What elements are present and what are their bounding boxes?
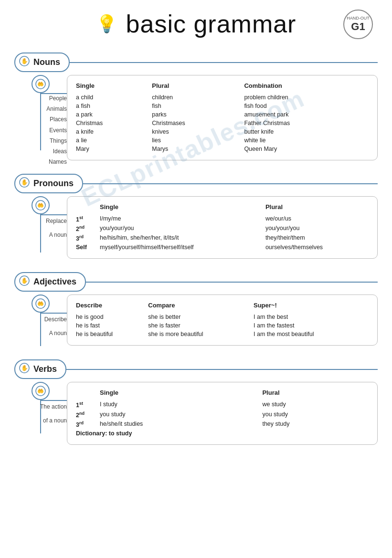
adjectives-header: ✋ Adjectives [14, 272, 378, 292]
table-row: a lielieswhite lie [76, 136, 369, 145]
adjectives-side-panel: 🤲 Describe A noun [14, 295, 67, 346]
svg-text:✋: ✋ [21, 277, 28, 284]
table-row: a knifeknivesbutter knife [76, 127, 369, 136]
verbs-side-icon: 🤲 [32, 382, 50, 400]
table-row: he is good she is better I am the best [76, 312, 369, 321]
table-row: 1st I/my/me we/our/us [76, 213, 369, 224]
pronouns-tag-icon: ✋ [19, 177, 30, 190]
table-row: he is fast she is faster I am the fastes… [76, 321, 369, 330]
table-row: 3rd he/she/it studies they study [76, 420, 369, 429]
verbs-line [65, 369, 378, 370]
verbs-dictionary: Dictionary: to study [76, 430, 132, 437]
adj-col-super: Super~! [254, 302, 369, 312]
nouns-header: ✋ Nouns [14, 53, 378, 72]
svg-text:✋: ✋ [21, 364, 28, 371]
page-header: 💡 basic grammar HAND-OUT G1 [14, 10, 378, 38]
verbs-col-plural: Plural [262, 389, 369, 399]
header-icon: 💡 [96, 14, 117, 34]
nouns-col-plural: Plural [152, 82, 244, 92]
svg-text:🤲: 🤲 [37, 300, 44, 307]
handout-code: G1 [351, 21, 365, 32]
verbs-body: 🤲 The action of a noun Single Plural [14, 382, 378, 444]
table-row: a childchildrenproblem children [76, 92, 369, 102]
pronouns-body: 🤲 Replace A noun Single Plural [14, 196, 378, 259]
verbs-content-box: Single Plural 1st I study we study 2nd y… [67, 382, 378, 444]
adjectives-tag: ✋ Adjectives [14, 272, 86, 292]
nouns-section: ✋ Nouns 🤲 People Animals Places Events T… [14, 53, 378, 160]
svg-text:🤲: 🤲 [37, 202, 44, 209]
table-row: MaryMarysQueen Mary [76, 145, 369, 153]
adjectives-table: Describe Compare Super~! he is good she … [76, 302, 369, 338]
table-row: 2nd you study you study [76, 410, 369, 420]
pronouns-side-icon: 🤲 [32, 196, 50, 214]
verbs-tag-icon: ✋ [19, 363, 30, 376]
pronouns-table: Single Plural 1st I/my/me we/our/us 2nd … [76, 203, 369, 252]
pronouns-line [82, 183, 378, 184]
table-row: a fishfishfish food [76, 102, 369, 110]
table-row: a parkparksamusement park [76, 110, 369, 119]
nouns-tag: ✋ Nouns [14, 53, 70, 72]
nouns-side-panel: 🤲 People Animals Places Events Things Id… [14, 75, 67, 150]
noun-label-events: Events [49, 125, 67, 136]
nouns-body: 🤲 People Animals Places Events Things Id… [14, 75, 378, 160]
table-row: 3rd he/his/him, she/her/her, it/its/it t… [76, 233, 369, 243]
nouns-side-icon: 🤲 [32, 75, 50, 93]
svg-text:✋: ✋ [21, 57, 28, 64]
nouns-col-combo: Combination [244, 82, 369, 92]
pronoun-label-replace: Replace [46, 214, 67, 228]
table-row: Self myself/yourself/himself/herself/its… [76, 243, 369, 252]
noun-label-people: People [49, 93, 67, 104]
verb-label-action: The action [40, 400, 67, 414]
adjectives-content-box: Describe Compare Super~! he is good she … [67, 295, 378, 346]
svg-text:🤲: 🤲 [37, 388, 44, 394]
table-row: 1st I study we study [76, 399, 369, 410]
table-row: ChristmasChristmasesFather Christmas [76, 119, 369, 127]
pronouns-col-single: Single [100, 203, 265, 213]
adjectives-label: Adjectives [33, 277, 76, 287]
verbs-label: Verbs [33, 364, 57, 374]
verbs-section: ✋ Verbs 🤲 The action of a noun [14, 359, 378, 444]
nouns-line [69, 62, 378, 63]
verbs-col-person [76, 389, 100, 399]
pronoun-label-noun: A noun [49, 228, 67, 242]
nouns-content-box: Single Plural Combination a childchildre… [67, 75, 378, 160]
pronouns-content-box: Single Plural 1st I/my/me we/our/us 2nd … [67, 196, 378, 259]
verbs-col-single: Single [100, 389, 262, 399]
pronouns-header: ✋ Pronouns [14, 174, 378, 193]
nouns-col-single: Single [76, 82, 152, 92]
pronouns-section: ✋ Pronouns 🤲 Replace A noun [14, 174, 378, 259]
adj-col-compare: Compare [148, 302, 254, 312]
noun-label-names: Names [49, 157, 67, 167]
pronouns-col-person [76, 203, 100, 213]
nouns-label: Nouns [33, 57, 60, 67]
table-row: 2nd you/your/you you/your/you [76, 224, 369, 233]
nouns-tag-icon: ✋ [19, 56, 30, 69]
pronouns-tag: ✋ Pronouns [14, 174, 83, 193]
noun-label-ideas: Ideas [53, 146, 67, 157]
adjectives-section: ✋ Adjectives 🤲 Describe A noun [14, 272, 378, 346]
adjectives-line [85, 282, 378, 283]
adjectives-tag-icon: ✋ [19, 275, 30, 288]
verbs-tag: ✋ Verbs [14, 359, 66, 379]
table-row: Dictionary: to study [76, 429, 369, 438]
adjectives-body: 🤲 Describe A noun Describe Compare Super… [14, 295, 378, 346]
svg-text:🤲: 🤲 [37, 81, 44, 87]
pronouns-col-plural: Plural [265, 203, 369, 213]
noun-label-places: Places [50, 114, 67, 125]
adj-label-describe: Describe [44, 313, 67, 326]
nouns-table: Single Plural Combination a childchildre… [76, 82, 369, 153]
table-row: he is beautiful she is more beautiful I … [76, 330, 369, 338]
verbs-header: ✋ Verbs [14, 359, 378, 379]
page-title: basic grammar [126, 10, 297, 38]
noun-label-animals: Animals [46, 104, 67, 114]
noun-label-things: Things [50, 136, 67, 146]
adj-label-noun: A noun [49, 326, 67, 340]
handout-badge: HAND-OUT G1 [343, 10, 373, 39]
verbs-side-panel: 🤲 The action of a noun [14, 382, 67, 433]
pronouns-side-panel: 🤲 Replace A noun [14, 196, 67, 253]
verbs-table: Single Plural 1st I study we study 2nd y… [76, 389, 369, 437]
svg-text:✋: ✋ [21, 179, 28, 186]
adjectives-side-icon: 🤲 [32, 295, 50, 313]
adj-col-describe: Describe [76, 302, 148, 312]
verb-label-noun: of a noun [43, 414, 67, 428]
